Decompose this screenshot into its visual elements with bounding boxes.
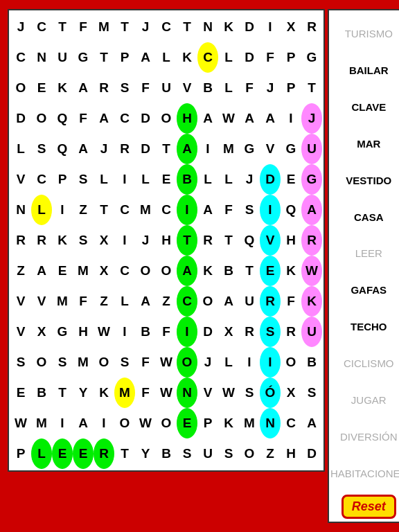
grid-cell: I (114, 317, 135, 347)
grid-cell: Ó (260, 378, 281, 408)
grid-cell: L (94, 164, 114, 195)
grid-cell: F (156, 317, 177, 347)
grid-cell: I (197, 134, 218, 164)
grid-cell: F (239, 73, 260, 103)
grid-cell: W (135, 408, 156, 438)
grid-cell: I (281, 103, 301, 134)
grid-cell: M (73, 256, 94, 286)
grid-cell: A (301, 408, 322, 438)
grid-cell: O (31, 103, 52, 134)
grid-cell: R (281, 317, 301, 347)
grid-cell: C (281, 408, 301, 438)
words-section: TURISMOBAILARCLAVEMARVESTIDOCASALEERGAFA… (328, 9, 399, 523)
word-list-item[interactable]: TURISMO (345, 28, 393, 40)
grid-cell: G (301, 42, 322, 73)
word-list-item[interactable]: HABITACIONES (330, 468, 399, 480)
word-list-item[interactable]: DIVERSIÓN (340, 431, 398, 443)
grid-cell: M (31, 408, 52, 438)
grid-cell: I (114, 164, 135, 195)
grid-cell: E (31, 73, 52, 103)
grid-cell: S (10, 347, 31, 378)
grid-cell: Q (239, 225, 260, 256)
word-list-item[interactable]: VESTIDO (346, 175, 391, 187)
grid-cell: C (197, 42, 218, 73)
grid-cell: K (218, 408, 239, 438)
grid-cell: W (218, 378, 239, 408)
word-list-item[interactable]: MAR (357, 138, 380, 150)
grid-cell: U (156, 73, 177, 103)
grid-cell: M (135, 195, 156, 225)
grid-cell: A (73, 408, 94, 438)
grid-cell: I (260, 195, 281, 225)
grid-cell: J (239, 164, 260, 195)
grid-cell: D (135, 134, 156, 164)
grid-cell: L (197, 164, 218, 195)
word-list-item[interactable]: CASA (354, 211, 384, 224)
grid-cell: O (10, 73, 31, 103)
grid-cell: L (156, 42, 177, 73)
grid-cell: L (10, 134, 31, 164)
grid-cell: T (301, 73, 322, 103)
grid-cell: A (197, 195, 218, 225)
grid-cell: K (281, 256, 301, 286)
grid-cell: G (52, 317, 73, 347)
grid-cell: U (197, 438, 218, 469)
grid-cell: R (301, 12, 322, 42)
word-list-item[interactable]: GAFAS (351, 284, 387, 296)
grid-cell: K (94, 378, 114, 408)
grid-cell: S (73, 225, 94, 256)
grid-cell: Y (73, 378, 94, 408)
grid-cell: H (177, 103, 197, 134)
grid-cell: X (94, 225, 114, 256)
grid-cell: T (239, 256, 260, 286)
word-list-item[interactable]: BAILAR (349, 64, 389, 77)
grid-cell: J (94, 134, 114, 164)
grid-cell: G (73, 42, 94, 73)
grid-cell: A (73, 73, 94, 103)
grid-cell: L (218, 42, 239, 73)
grid-cell: Q (281, 195, 301, 225)
grid-cell: W (301, 256, 322, 286)
grid-cell: B (197, 73, 218, 103)
grid-cell: T (52, 12, 73, 42)
grid-cell: S (260, 317, 281, 347)
grid-cell: O (114, 408, 135, 438)
grid-cell: C (156, 195, 177, 225)
grid-cell: U (301, 134, 322, 164)
word-list-item[interactable]: TECHO (351, 321, 387, 333)
grid-cell: T (177, 12, 197, 42)
grid-cell: M (52, 286, 73, 317)
word-list-item[interactable]: CICLISMO (344, 357, 394, 370)
grid-cell: C (10, 42, 31, 73)
grid-cell: C (31, 12, 52, 42)
grid-cell: A (301, 195, 322, 225)
grid-cell: S (239, 378, 260, 408)
reset-button[interactable]: Reset (342, 495, 396, 519)
grid-cell: R (260, 286, 281, 317)
grid-cell: K (301, 286, 322, 317)
grid-cell: M (114, 378, 135, 408)
word-list-item[interactable]: LEER (355, 247, 382, 260)
grid-cell: C (114, 256, 135, 286)
grid-cell: V (10, 286, 31, 317)
grid-cell: O (281, 347, 301, 378)
grid-cell: O (239, 438, 260, 469)
grid-cell: X (218, 317, 239, 347)
grid-cell: A (135, 42, 156, 73)
grid-cell: C (156, 12, 177, 42)
grid-cell: L (31, 195, 52, 225)
grid-cell: R (301, 225, 322, 256)
word-list-item[interactable]: CLAVE (351, 101, 386, 114)
grid-cell: L (31, 438, 52, 469)
grid-cell: S (114, 73, 135, 103)
word-list-item[interactable]: JUGAR (351, 394, 387, 407)
grid-cell: H (156, 225, 177, 256)
grid-cell: R (94, 73, 114, 103)
grid-cell: K (177, 42, 197, 73)
grid-cell: X (94, 256, 114, 286)
grid-cell: P (10, 438, 31, 469)
grid-cell: J (260, 73, 281, 103)
grid-cell: I (177, 317, 197, 347)
grid-cell: H (281, 225, 301, 256)
grid-cell: L (114, 286, 135, 317)
